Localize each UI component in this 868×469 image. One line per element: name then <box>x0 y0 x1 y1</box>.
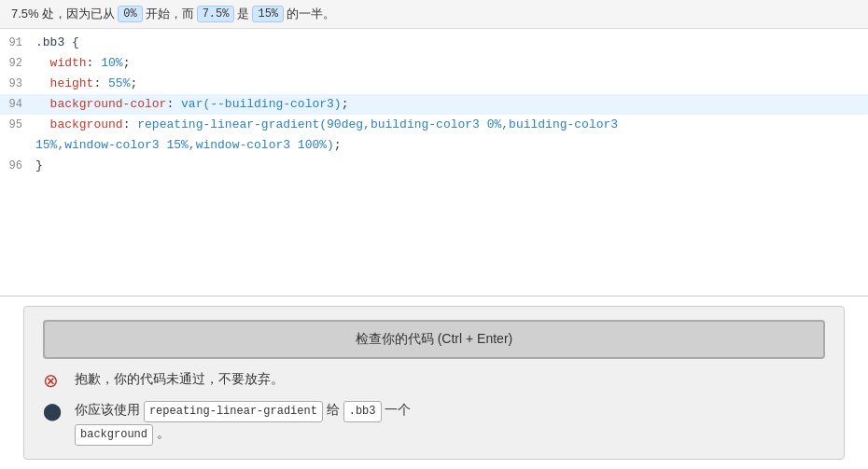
line-content-94: background-color: var(--building-color3)… <box>30 94 868 115</box>
code-line-95b: 15%,window-color3 15%,window-color3 100%… <box>0 135 868 156</box>
info-icon: ⬤ <box>43 400 65 422</box>
code-line-93: 93 height: 55%; <box>0 74 868 94</box>
line-number-94: 94 <box>0 94 30 115</box>
line-content-95: background: repeating-linear-gradient(90… <box>30 115 868 135</box>
hint-text-mid1: 开始，而 <box>146 6 194 22</box>
feedback-hint-row: ⬤ 你应该使用 repeating-linear-gradient 给 .bb3… <box>43 399 825 446</box>
code-line-94: 94 background-color: var(--building-colo… <box>0 94 868 115</box>
feedback-error-row: ⊗ 抱歉，你的代码未通过，不要放弃。 <box>43 368 825 392</box>
error-message: 抱歉，你的代码未通过，不要放弃。 <box>75 368 825 389</box>
line-number-93: 93 <box>0 74 30 94</box>
hint-code-3: background <box>75 424 153 446</box>
line-number-92: 92 <box>0 53 30 74</box>
hint-text-end: 。 <box>157 425 170 440</box>
line-content-92: width: 10%; <box>30 53 868 74</box>
code-line-95: 95 background: repeating-linear-gradient… <box>0 115 868 135</box>
hint-text-mid2: 是 <box>237 6 249 22</box>
hint-badge-2: 7.5% <box>197 6 235 22</box>
code-lines: 91 .bb3 { 92 width: 10%; 93 height: 55%;… <box>0 29 868 180</box>
hint-code-2: .bb3 <box>343 401 382 422</box>
hint-badge-3: 15% <box>252 6 284 22</box>
hint-message: 你应该使用 repeating-linear-gradient 给 .bb3 一… <box>75 399 825 446</box>
error-icon: ⊗ <box>43 369 65 392</box>
hint-code-1: repeating-linear-gradient <box>144 401 323 422</box>
main-content: 7.5% 处，因为已从 0% 开始，而 7.5% 是 15% 的一半。 91 .… <box>0 0 868 469</box>
hint-badge-1: 0% <box>118 6 142 22</box>
code-editor[interactable]: 91 .bb3 { 92 width: 10%; 93 height: 55%;… <box>0 29 868 297</box>
hint-text-before: 你应该使用 <box>75 402 140 417</box>
code-line-96: 96 } <box>0 156 868 176</box>
top-hint-bar: 7.5% 处，因为已从 0% 开始，而 7.5% 是 15% 的一半。 <box>0 0 868 29</box>
line-number-95: 95 <box>0 115 30 135</box>
line-content-91: .bb3 { <box>30 33 868 53</box>
hint-text-before: 7.5% 处，因为已从 <box>11 6 115 22</box>
hint-text-after: 一个 <box>385 402 411 417</box>
line-content-95b: 15%,window-color3 15%,window-color3 100%… <box>30 135 868 156</box>
line-number-96: 96 <box>0 156 30 176</box>
line-number-91: 91 <box>0 33 30 53</box>
line-content-93: height: 55%; <box>30 74 868 94</box>
bottom-panel: 检查你的代码 (Ctrl + Enter) ⊗ 抱歉，你的代码未通过，不要放弃。… <box>23 306 845 460</box>
line-content-96: } <box>30 156 868 176</box>
hint-text-after: 的一半。 <box>287 6 335 22</box>
check-code-button[interactable]: 检查你的代码 (Ctrl + Enter) <box>43 320 825 359</box>
code-line-92: 92 width: 10%; <box>0 53 868 74</box>
code-line-91: 91 .bb3 { <box>0 33 868 53</box>
feedback-section: ⊗ 抱歉，你的代码未通过，不要放弃。 ⬤ 你应该使用 repeating-lin… <box>43 368 825 446</box>
